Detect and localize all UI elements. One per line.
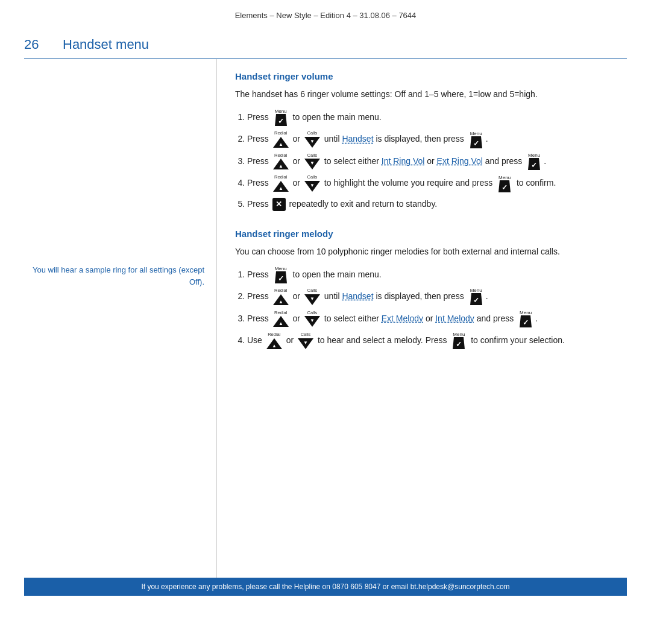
svg-text:▲: ▲	[278, 186, 283, 191]
svg-text:▲: ▲	[272, 343, 277, 349]
menu-check-icon-8: Menu ✓	[450, 332, 467, 349]
main-content: Handset ringer volume The handset has 6 …	[217, 59, 627, 578]
svg-text:▼: ▼	[310, 139, 315, 144]
page-layout: 26 Handset menu You will hear a sample r…	[0, 26, 651, 596]
section2-title: Handset ringer melody	[235, 229, 609, 239]
menu-check-icon-4: Menu ✓	[496, 175, 513, 192]
svg-text:✓: ✓	[473, 296, 479, 305]
int-ring-vol-text: Int Ring Vol	[382, 156, 425, 166]
menu-check-icon-1: Menu ✓	[272, 109, 289, 126]
section-ringer-melody: Handset ringer melody You can choose fro…	[235, 229, 609, 350]
sidebar-note: You will hear a sample ring for all sett…	[30, 264, 204, 288]
svg-text:✓: ✓	[278, 274, 284, 283]
menu-check-icon-3: Menu ✓	[526, 153, 542, 170]
sidebar: You will hear a sample ring for all sett…	[24, 59, 217, 578]
calls-label-5: Calls	[307, 311, 318, 315]
menu-svg-1: ✓	[272, 114, 289, 126]
svg-text:▼: ▼	[310, 296, 315, 301]
handset-text-1: Handset	[342, 134, 373, 144]
menu-label-8: Menu	[453, 332, 465, 337]
svg-text:▲: ▲	[278, 163, 283, 169]
calls-label-3: Calls	[307, 175, 318, 180]
menu-check-icon-2: Menu ✓	[468, 131, 485, 148]
menu-label-4: Menu	[498, 175, 511, 180]
footer-bar: If you experience any problems, please c…	[24, 578, 627, 596]
menu-label-1: Menu	[275, 109, 287, 114]
section2-desc: You can choose from 10 polyphonic ringer…	[235, 245, 609, 258]
calls-label-4: Calls	[307, 288, 318, 293]
svg-text:✓: ✓	[523, 318, 529, 327]
svg-text:▼: ▼	[310, 318, 315, 323]
step-1-4: Press Redial ▲ or Calls	[247, 175, 609, 192]
step-1-3: Press Redial ▲ or Calls	[247, 153, 609, 171]
step-2-2: Press Redial ▲ or Calls	[247, 288, 609, 306]
footer-text: If you experience any problems, please c…	[141, 582, 509, 591]
down-icon-2: Calls ▼	[304, 153, 321, 171]
content-area: You will hear a sample ring for all sett…	[24, 59, 627, 578]
chapter-number: 26	[24, 37, 48, 52]
up-icon-2: Redial ▲	[272, 153, 289, 171]
calls-label-2: Calls	[307, 153, 318, 158]
section1-title: Handset ringer volume	[235, 71, 609, 81]
step-1-1: Press Menu ✓ to open the main menu.	[247, 109, 609, 126]
down-icon-5: Calls ▼	[304, 311, 321, 328]
chapter-header: 26 Handset menu	[24, 26, 627, 56]
up-icon-5: Redial ▲	[272, 311, 289, 328]
redial-label-6: Redial	[268, 332, 280, 337]
section1-desc: The handset has 6 ringer volume settings…	[235, 87, 609, 101]
ext-melody-text: Ext Melody	[382, 314, 423, 323]
redial-label-1: Redial	[274, 131, 287, 136]
step-2-3: Press Redial ▲ or Calls	[247, 311, 609, 328]
x-button-icon: ✕	[272, 198, 286, 211]
calls-label-1: Calls	[307, 131, 318, 136]
chapter-title: Handset menu	[63, 37, 149, 52]
redial-label-5: Redial	[274, 311, 287, 315]
section-ringer-volume: Handset ringer volume The handset has 6 …	[235, 71, 609, 212]
down-icon-1: Calls ▼	[304, 131, 321, 148]
down-icon-6: Calls ▼	[297, 332, 314, 350]
redial-label-2: Redial	[274, 153, 287, 158]
calls-label-6: Calls	[301, 332, 311, 337]
handset-text-2: Handset	[342, 291, 373, 301]
svg-text:✓: ✓	[502, 183, 508, 192]
header-title: Elements – New Style – Edition 4 – 31.08…	[235, 11, 417, 20]
step-1-2: Press Redial ▲ or Calls	[247, 131, 609, 148]
section1-steps: Press Menu ✓ to open the main menu.	[235, 109, 609, 211]
svg-text:✓: ✓	[456, 340, 462, 349]
page-header: Elements – New Style – Edition 4 – 31.08…	[0, 0, 651, 26]
ext-ring-vol-text: Ext Ring Vol	[437, 156, 483, 166]
svg-text:▼: ▼	[310, 183, 315, 188]
menu-label-6: Menu	[470, 288, 482, 293]
int-melody-text: Int Melody	[435, 314, 474, 323]
step-2-4: Use Redial ▲ or Calls	[247, 332, 609, 350]
menu-label-2: Menu	[470, 131, 482, 136]
menu-label-5: Menu	[275, 267, 287, 271]
menu-check-icon-5: Menu ✓	[272, 267, 289, 283]
menu-check-icon-6: Menu ✓	[468, 288, 485, 305]
redial-label-4: Redial	[274, 288, 287, 293]
menu-check-icon-7: Menu ✓	[517, 311, 534, 327]
svg-text:✓: ✓	[278, 117, 284, 125]
svg-text:▼: ▼	[310, 160, 315, 166]
page-wrapper: Elements – New Style – Edition 4 – 31.08…	[0, 0, 651, 596]
step-2-1: Press Menu ✓ to open the main menu.	[247, 267, 609, 283]
menu-label-7: Menu	[520, 311, 532, 315]
menu-label-3: Menu	[528, 153, 540, 158]
up-icon-1: Redial ▲	[272, 131, 289, 148]
svg-text:▲: ▲	[278, 299, 283, 305]
svg-text:▼: ▼	[303, 340, 308, 346]
section2-steps: Press Menu ✓ to open the main menu.	[235, 267, 609, 350]
down-icon-4: Calls ▼	[304, 288, 321, 306]
svg-text:▲: ▲	[278, 321, 283, 326]
up-icon-3: Redial ▲	[272, 175, 289, 192]
redial-label-3: Redial	[274, 175, 287, 180]
down-icon-3: Calls ▼	[304, 175, 321, 192]
up-icon-6: Redial ▲	[266, 332, 283, 350]
svg-text:✓: ✓	[531, 161, 537, 169]
up-icon-4: Redial ▲	[272, 288, 289, 306]
svg-text:✓: ✓	[473, 139, 479, 148]
svg-text:▲: ▲	[278, 142, 283, 147]
step-1-5: Press ✕ repeatedly to exit and return to…	[247, 197, 609, 212]
